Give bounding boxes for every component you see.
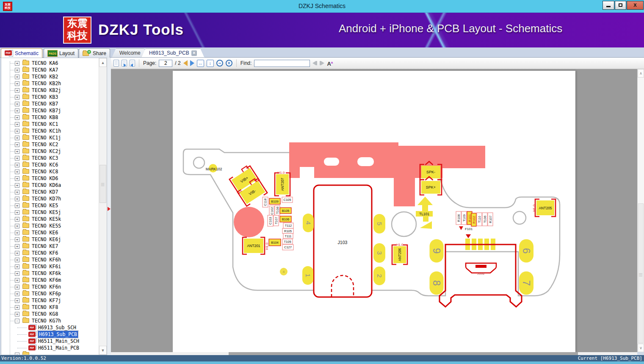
tree-expander-icon[interactable]: + [15, 163, 19, 167]
tree-item-folder[interactable]: +TECNO KD6 [1, 175, 98, 182]
tree-expander-icon[interactable]: + [15, 176, 19, 181]
scroll-down-icon[interactable]: ▼ [99, 346, 107, 355]
match-case-icon[interactable]: Aa [327, 59, 333, 67]
tree-expander-icon[interactable]: + [15, 108, 19, 113]
zoom-in-icon[interactable]: + [226, 60, 232, 67]
tree-item-label[interactable]: H6511_Main_PCB [38, 345, 79, 351]
tree-item-folder[interactable]: +TECNO KE5k [1, 216, 98, 222]
tree-scroll-thumb[interactable]: — — — [100, 165, 106, 203]
next-view-icon[interactable] [122, 60, 127, 67]
tree-item-folder[interactable]: +TECNO KC1 [1, 121, 98, 128]
tree-item-label[interactable]: TECNO KB2 [32, 73, 58, 80]
tree-item-label[interactable]: TECNO KD7 [32, 189, 58, 195]
tree-item-folder[interactable]: +TECNO KG8 [1, 311, 98, 317]
prev-view-icon[interactable] [130, 60, 135, 67]
tree-item-file[interactable]: PDFH6511_Main_PCB [1, 345, 98, 351]
fit-width-icon[interactable]: ↔ [197, 60, 204, 67]
tree-item-folder[interactable]: +TECNO KB8 [1, 114, 98, 121]
page-thumbnail-icon[interactable] [113, 60, 119, 67]
tree-item-label[interactable]: TECNO KD6 [32, 175, 58, 182]
tree-expander-icon[interactable]: + [15, 203, 19, 208]
tree-expander-icon[interactable]: + [15, 169, 19, 174]
tree-item-label[interactable]: TECNO KF8 [32, 304, 58, 311]
close-button[interactable]: X [627, 1, 644, 10]
tree-expander-icon[interactable]: + [15, 251, 19, 256]
previous-page-icon[interactable] [183, 60, 188, 66]
tree-item-label[interactable]: TECNO KE5 [32, 202, 58, 209]
tree-expander-icon[interactable]: + [15, 68, 19, 72]
tree-item-folder[interactable]: +TECNO KB2 [1, 73, 98, 80]
tree-item-label[interactable]: TECNO KB2h [32, 80, 61, 87]
tree-item-folder[interactable]: +TECNO KA7 [1, 67, 98, 73]
maximize-button[interactable] [615, 1, 626, 10]
tree-item-folder[interactable]: +TECNO KF6p [1, 290, 98, 297]
tree-expander-icon[interactable]: + [15, 278, 19, 283]
tree-item-label[interactable]: TECNO KC2 [32, 141, 58, 148]
tree-item-label[interactable]: TECNO KC8 [32, 168, 58, 175]
tree-expander-icon[interactable]: + [15, 197, 19, 201]
tree-item-folder[interactable]: +TECNO KC3 [1, 155, 98, 161]
tree-item-folder[interactable]: +TECNO KB2j [1, 87, 98, 94]
minimize-button[interactable] [603, 1, 614, 10]
tree-item-folder[interactable]: +TECNO KD7 [1, 189, 98, 195]
tree-expander-icon[interactable]: + [15, 217, 19, 222]
tree-expander-icon[interactable]: + [15, 75, 19, 79]
tree-item-folder[interactable]: +TECNO KC1h [1, 128, 98, 134]
tree-item-label[interactable]: TECNO KD6a [32, 182, 61, 189]
scroll-thumb[interactable]: — — — [638, 203, 644, 343]
tree-expander-icon[interactable]: + [15, 237, 19, 242]
scroll-up-icon[interactable]: ∧ [638, 69, 644, 78]
tree-item-label[interactable]: TECNO KF6 [32, 250, 58, 256]
tree-expander-icon[interactable]: + [15, 183, 19, 188]
tree-item-label[interactable]: TECNO KB3 [32, 94, 58, 100]
tree-item-label[interactable]: TECNO KF6m [32, 277, 61, 283]
tree-item-folder[interactable]: +TECNO KC1j [1, 134, 98, 141]
tree-item-folder[interactable]: +TECNO KD7h [1, 195, 98, 202]
vertical-scrollbar[interactable]: ∧ — — — ∨ [637, 69, 644, 352]
tree-expander-icon[interactable]: + [15, 298, 19, 303]
tree-item-label[interactable]: H6511_Main_SCH [38, 338, 79, 345]
tree-expander-icon[interactable]: + [15, 149, 19, 154]
tree-item-file[interactable]: PDFH6913_Sub_PCB [1, 331, 98, 338]
tree-item-label[interactable]: TECNO KA6 [32, 60, 58, 67]
next-page-icon[interactable] [190, 60, 194, 66]
tree-item-label[interactable]: TECNO KE6j [32, 236, 61, 243]
tree-expander-icon[interactable]: + [15, 305, 19, 310]
tree-item-folder[interactable]: +TECNO KC6 [1, 161, 98, 168]
tree-item-folder[interactable]: +TECNO KF6n [1, 283, 98, 290]
tree-item-folder[interactable]: +TECNO KE5 [1, 202, 98, 209]
fit-page-icon[interactable]: ↕ [207, 60, 214, 67]
tree-expander-icon[interactable]: + [15, 312, 19, 317]
tree-expander-icon[interactable]: - [15, 319, 19, 323]
tree-item-label[interactable]: TECNO KF6i [32, 263, 61, 270]
tree-item-folder[interactable]: +TECNO KF7j [1, 297, 98, 304]
tree-item-folder[interactable]: +TECNO KE6j [1, 236, 98, 243]
tree-expander-icon[interactable]: + [15, 102, 19, 106]
tree-item-file[interactable]: PDFH6511_Main_SCH [1, 338, 98, 345]
tree-item-label[interactable]: H6913_Sub_SCH [38, 324, 76, 331]
tree-item-folder[interactable]: +TECNO KF6k [1, 270, 98, 277]
tree-item-folder[interactable]: +TECNO KF8 [1, 304, 98, 311]
tree-item-label[interactable]: TECNO KC1h [32, 128, 61, 134]
tree-expander-icon[interactable]: + [15, 292, 19, 296]
tree-expander-icon[interactable]: + [15, 285, 19, 289]
tree-item-folder[interactable]: +TECNO KC2j [1, 148, 98, 155]
horizontal-scrollbar[interactable] [111, 352, 637, 355]
doc-tab-close-icon[interactable]: ✕ [191, 50, 197, 56]
tree-expander-icon[interactable]: + [15, 81, 19, 86]
tree-item-folder[interactable]: + [1, 351, 98, 355]
tree-item-folder[interactable]: +TECNO KE5S [1, 222, 98, 229]
tab-share[interactable]: + Share [79, 48, 110, 58]
tree-item-folder[interactable]: +TECNO KB7 [1, 100, 98, 107]
tree-expander-icon[interactable]: + [15, 210, 19, 215]
tree-expander-icon[interactable]: + [15, 88, 19, 93]
tree-item-folder[interactable]: +TECNO KF6h [1, 256, 98, 263]
tab-schematic[interactable]: PDF Schematic [1, 48, 42, 58]
tab-layout[interactable]: PADS Layout [44, 48, 78, 58]
tree-expander-icon[interactable]: + [15, 231, 19, 235]
tree-item-label[interactable]: TECNO KC1j [32, 134, 61, 141]
tree-expander-icon[interactable]: + [15, 122, 19, 127]
tree-item-label[interactable]: TECNO KF6p [32, 290, 61, 297]
tree-expander-icon[interactable]: + [15, 95, 19, 100]
tree-item-label[interactable]: TECNO KD7h [32, 195, 61, 202]
